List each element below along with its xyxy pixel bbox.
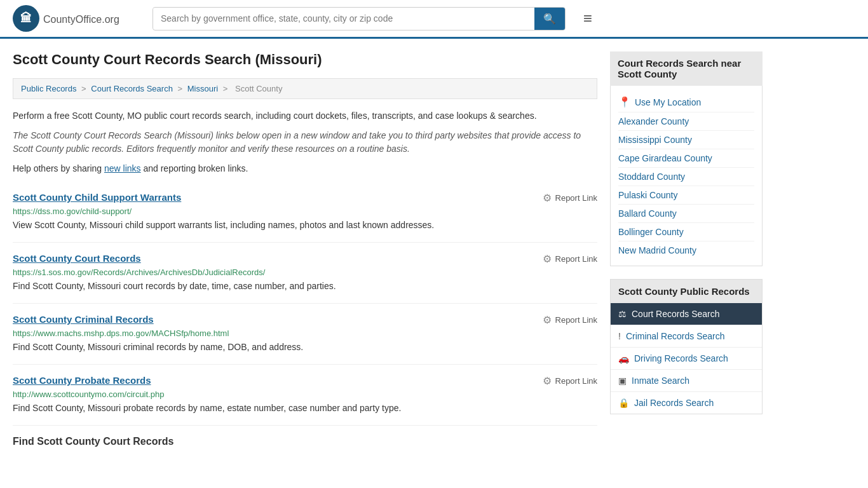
record-desc: Find Scott County, Missouri probate reco… — [13, 402, 597, 415]
breadcrumb-public-records[interactable]: Public Records — [21, 84, 76, 93]
breadcrumb: Public Records > Court Records Search > … — [13, 78, 597, 99]
sidebar-county-link[interactable]: Mississippi County — [618, 131, 754, 149]
sidebar-county-link[interactable]: Bollinger County — [618, 223, 754, 241]
record-header: Scott County Criminal Records ⚙ Report L… — [13, 314, 597, 326]
record-url[interactable]: https://s1.sos.mo.gov/Records/Archives/A… — [13, 268, 597, 277]
record-entry: Scott County Criminal Records ⚙ Report L… — [13, 304, 597, 365]
pub-rec-label: Driving Records Search — [634, 353, 728, 363]
record-entry: Scott County Probate Records ⚙ Report Li… — [13, 365, 597, 426]
breadcrumb-scott-county: Scott County — [235, 84, 282, 93]
intro-text-3: Help others by sharing new links and rep… — [13, 162, 597, 175]
logo-area: 🏛 CountyOffice.org — [13, 5, 140, 32]
logo-brand: CountyOffice — [43, 14, 102, 25]
nearby-counties-list: Alexander CountyMississippi CountyCape G… — [618, 112, 754, 259]
intro-text-2: The Scott County Court Records Search (M… — [13, 129, 597, 156]
sidebar-county-link[interactable]: Pulaski County — [618, 186, 754, 205]
record-entry: Scott County Child Support Warrants ⚙ Re… — [13, 182, 597, 243]
report-icon: ⚙ — [543, 192, 552, 204]
sidebar-county-link[interactable]: Cape Girardeau County — [618, 149, 754, 168]
pub-rec-label: Jail Records Search — [634, 398, 714, 408]
main-content: Scott County Court Records Search (Misso… — [13, 51, 597, 450]
pub-rec-icon: 🚗 — [618, 353, 629, 363]
logo-icon: 🏛 — [13, 5, 39, 32]
page-container: Scott County Court Records Search (Misso… — [0, 39, 868, 463]
search-input[interactable] — [153, 8, 534, 29]
pub-rec-label: Criminal Records Search — [626, 331, 725, 341]
pub-rec-item[interactable]: ▣Inmate Search — [611, 370, 762, 392]
record-entry: Scott County Court Records ⚙ Report Link… — [13, 243, 597, 304]
sidebar: Court Records Search near Scott County 📍… — [610, 51, 763, 450]
report-link[interactable]: ⚙ Report Link — [543, 192, 597, 204]
report-link-label: Report Link — [555, 376, 597, 386]
report-link[interactable]: ⚙ Report Link — [543, 375, 597, 387]
site-header: 🏛 CountyOffice.org 🔍 ≡ — [0, 0, 868, 39]
location-icon: 📍 — [618, 96, 631, 108]
record-url[interactable]: https://dss.mo.gov/child-support/ — [13, 207, 597, 216]
report-link[interactable]: ⚙ Report Link — [543, 314, 597, 326]
public-records-items: ⚖Court Records Search!Criminal Records S… — [611, 303, 762, 414]
logo-text: CountyOffice.org — [43, 11, 119, 26]
pub-rec-icon: ⚖ — [618, 309, 627, 319]
sidebar-county-link[interactable]: Stoddard County — [618, 168, 754, 186]
breadcrumb-missouri[interactable]: Missouri — [187, 84, 218, 93]
record-header: Scott County Child Support Warrants ⚙ Re… — [13, 192, 597, 204]
report-icon: ⚙ — [543, 314, 552, 326]
sidebar-county-link[interactable]: Ballard County — [618, 205, 754, 223]
pub-rec-item[interactable]: 🚗Driving Records Search — [611, 348, 762, 370]
new-links-link[interactable]: new links — [104, 163, 141, 173]
pub-rec-label: Court Records Search — [632, 309, 720, 319]
record-url[interactable]: https://www.machs.mshp.dps.mo.gov/MACHSf… — [13, 329, 597, 338]
record-url[interactable]: http://www.scottcountymo.com/circuit.php — [13, 390, 597, 399]
sidebar-county-link[interactable]: New Madrid County — [618, 241, 754, 259]
use-my-location[interactable]: 📍 Use My Location — [618, 92, 754, 112]
pub-rec-item[interactable]: ⚖Court Records Search — [611, 303, 762, 325]
sidebar-nearby-section: Court Records Search near Scott County 📍… — [610, 51, 763, 266]
record-desc: View Scott County, Missouri child suppor… — [13, 219, 597, 232]
record-title[interactable]: Scott County Court Records — [13, 253, 141, 264]
record-desc: Find Scott County, Missouri criminal rec… — [13, 341, 597, 354]
pub-rec-icon: ! — [618, 331, 621, 341]
report-icon: ⚙ — [543, 253, 552, 265]
report-link[interactable]: ⚙ Report Link — [543, 253, 597, 265]
breadcrumb-court-records-search[interactable]: Court Records Search — [91, 84, 173, 93]
record-header: Scott County Court Records ⚙ Report Link — [13, 253, 597, 265]
record-title[interactable]: Scott County Probate Records — [13, 375, 151, 386]
page-title: Scott County Court Records Search (Misso… — [13, 51, 597, 68]
sidebar-nearby-header: Court Records Search near Scott County — [610, 51, 763, 86]
find-section-heading: Find Scott County Court Records — [13, 426, 597, 450]
pub-rec-label: Inmate Search — [632, 376, 689, 386]
intro-text-1: Perform a free Scott County, MO public c… — [13, 109, 597, 123]
pub-rec-icon: ▣ — [618, 376, 627, 386]
sidebar-public-records-header: Scott County Public Records — [611, 280, 762, 303]
record-title[interactable]: Scott County Criminal Records — [13, 314, 154, 325]
sidebar-nearby-content: 📍 Use My Location Alexander CountyMissis… — [610, 86, 763, 266]
record-list: Scott County Child Support Warrants ⚙ Re… — [13, 182, 597, 426]
pub-rec-item[interactable]: 🔒Jail Records Search — [611, 392, 762, 414]
record-desc: Find Scott County, Missouri court record… — [13, 280, 597, 293]
report-link-label: Report Link — [555, 315, 597, 325]
record-header: Scott County Probate Records ⚙ Report Li… — [13, 375, 597, 387]
use-location-label: Use My Location — [635, 97, 701, 107]
pub-rec-icon: 🔒 — [618, 398, 629, 408]
logo-suffix: .org — [102, 14, 119, 25]
search-bar: 🔍 — [153, 7, 566, 30]
sidebar-public-records-section: Scott County Public Records ⚖Court Recor… — [610, 279, 763, 414]
search-button[interactable]: 🔍 — [534, 8, 565, 30]
pub-rec-item[interactable]: !Criminal Records Search — [611, 325, 762, 348]
record-title[interactable]: Scott County Child Support Warrants — [13, 192, 181, 203]
hamburger-menu[interactable]: ≡ — [578, 7, 597, 30]
report-icon: ⚙ — [543, 375, 552, 387]
report-link-label: Report Link — [555, 193, 597, 203]
sidebar-county-link[interactable]: Alexander County — [618, 112, 754, 131]
report-link-label: Report Link — [555, 254, 597, 264]
